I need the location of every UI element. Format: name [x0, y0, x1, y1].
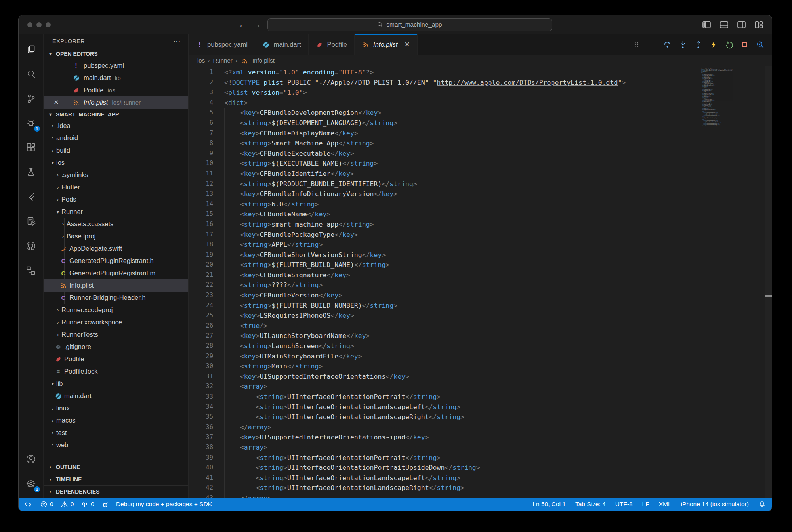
- activity-bar-item-source-control[interactable]: [19, 86, 44, 111]
- zoom-window-button[interactable]: [46, 22, 51, 27]
- status-item-error[interactable]: 0: [36, 498, 57, 511]
- code-line[interactable]: <string>Smart Machine App</string>: [224, 138, 626, 149]
- code-line[interactable]: <string>$(FLUTTER_BUILD_NUMBER)</string>: [224, 301, 626, 311]
- breadcrumb-item[interactable]: Info.plist: [252, 57, 275, 64]
- debug-inspector-button[interactable]: [756, 40, 765, 49]
- code-line[interactable]: <?xml version="1.0" encoding="UTF-8"?>: [224, 67, 626, 78]
- code-line[interactable]: <string>UIInterfaceOrientationLandscapeR…: [224, 412, 626, 422]
- open-editor-main.dart[interactable]: main.dart lib: [44, 72, 188, 84]
- open-editor-pubspec.yaml[interactable]: ! pubspec.yaml: [44, 59, 188, 72]
- activity-bar-item-testing[interactable]: [19, 160, 44, 185]
- code-line[interactable]: <key>UIMainStoryboardFile</key>: [224, 351, 626, 362]
- open-editors-header[interactable]: ▾ OPEN EDITORS: [44, 48, 188, 59]
- debug-gripper-button[interactable]: [632, 40, 641, 49]
- status-item-debug-config[interactable]: [98, 498, 113, 511]
- status-item-remote[interactable]: [19, 498, 36, 511]
- tree-item-web[interactable]: ›web: [44, 439, 188, 451]
- project-root-header[interactable]: ▾ SMART_MACHINE_APP: [44, 109, 188, 120]
- tab-Podfile[interactable]: Podfile: [309, 34, 355, 55]
- activity-bar-item-run-debug[interactable]: 1: [19, 111, 44, 135]
- tree-item-.symlinks[interactable]: ›.symlinks: [44, 169, 188, 181]
- debug-step-over-button[interactable]: [663, 40, 672, 49]
- activity-bar-item-references[interactable]: [19, 258, 44, 283]
- status-item[interactable]: Ln 50, Col 1: [528, 498, 571, 511]
- layout-sidebar-right-icon[interactable]: [737, 20, 746, 30]
- code-line[interactable]: </array>: [224, 422, 626, 433]
- navigate-back-button[interactable]: ←: [239, 21, 247, 29]
- close-icon[interactable]: ✕: [405, 40, 410, 49]
- code-line[interactable]: <dict>: [224, 98, 626, 108]
- close-icon[interactable]: ✕: [52, 99, 60, 106]
- activity-bar-item-search[interactable]: [19, 62, 44, 86]
- tree-item-build[interactable]: ›build: [44, 144, 188, 156]
- activity-bar-item-account[interactable]: [19, 447, 44, 471]
- code-line[interactable]: <string>smart_machine_app</string>: [224, 219, 626, 230]
- code-line[interactable]: <string>Main</string>: [224, 361, 626, 372]
- code-line[interactable]: <string>$(FLUTTER_BUILD_NAME)</string>: [224, 260, 626, 270]
- code-line[interactable]: <key>CFBundleExecutable</key>: [224, 149, 626, 159]
- command-center-search[interactable]: smart_machine_app: [267, 18, 552, 31]
- tree-item-android[interactable]: ›android: [44, 132, 188, 144]
- code-line[interactable]: <key>UISupportedInterfaceOrientations~ip…: [224, 432, 626, 442]
- debug-hot-reload-button[interactable]: [709, 40, 718, 49]
- tree-item-GeneratedPluginRegistrant.m[interactable]: CGeneratedPluginRegistrant.m: [44, 267, 188, 279]
- tree-item-.idea[interactable]: ›.idea: [44, 120, 188, 132]
- tree-item-linux[interactable]: ›linux: [44, 402, 188, 414]
- code-line[interactable]: </array>: [224, 493, 626, 498]
- code-line[interactable]: <key>CFBundleIdentifier</key>: [224, 169, 626, 179]
- code-line[interactable]: <key>CFBundleName</key>: [224, 209, 626, 219]
- tab-main.dart[interactable]: main.dart: [255, 34, 309, 55]
- status-item[interactable]: UTF-8: [611, 498, 637, 511]
- minimap[interactable]: <?xml version="1.0" encoding="UTF-8"?><!…: [701, 68, 760, 135]
- debug-pause-button[interactable]: [647, 40, 657, 49]
- debug-step-into-button[interactable]: [678, 40, 687, 49]
- code-line[interactable]: <string>UIInterfaceOrientationLandscapeL…: [224, 402, 626, 412]
- sidebar-section-timeline[interactable]: › TIMELINE: [44, 473, 188, 485]
- tree-item-Pods[interactable]: ›Pods: [44, 193, 188, 206]
- navigate-forward-button[interactable]: →: [253, 21, 261, 29]
- code-line[interactable]: <string>UIInterfaceOrientationPortrait</…: [224, 392, 626, 402]
- tab-pubspec.yaml[interactable]: ! pubspec.yaml: [189, 34, 255, 55]
- layout-customize-icon[interactable]: [754, 20, 764, 30]
- code-line[interactable]: <array>: [224, 442, 626, 453]
- breadcrumb-item[interactable]: Runner: [213, 57, 233, 64]
- code-line[interactable]: <key>CFBundleDevelopmentRegion</key>: [224, 108, 626, 118]
- minimize-window-button[interactable]: [36, 22, 42, 27]
- close-window-button[interactable]: [27, 22, 32, 27]
- code-line[interactable]: <key>CFBundleShortVersionString</key>: [224, 250, 626, 260]
- code-line[interactable]: <!DOCTYPE plist PUBLIC "-//Apple//DTD PL…: [224, 78, 626, 88]
- layout-sidebar-left-icon[interactable]: [702, 20, 712, 30]
- status-item[interactable]: iPhone 14 (ios simulator): [676, 498, 754, 511]
- open-editor-Info.plist[interactable]: ✕ Info.plist ios/Runner: [44, 96, 188, 109]
- debug-step-out-button[interactable]: [694, 40, 703, 49]
- debug-stop-button[interactable]: [740, 40, 749, 49]
- explorer-more-actions-button[interactable]: ⋯: [173, 37, 181, 46]
- tree-item-AppDelegate.swift[interactable]: AppDelegate.swift: [44, 242, 188, 255]
- code-line[interactable]: <string>$(PRODUCT_BUNDLE_IDENTIFIER)</st…: [224, 179, 626, 189]
- tree-item-Runner.xcworkspace[interactable]: ›Runner.xcworkspace: [44, 316, 188, 328]
- status-item[interactable]: Tab Size: 4: [571, 498, 611, 511]
- code-line[interactable]: <key>CFBundleInfoDictionaryVersion</key>: [224, 189, 626, 199]
- code-line[interactable]: <string>6.0</string>: [224, 199, 626, 210]
- code-line[interactable]: <true/>: [224, 321, 626, 331]
- code-line[interactable]: <key>CFBundleDisplayName</key>: [224, 128, 626, 139]
- tree-item-Base.lproj[interactable]: ›Base.lproj: [44, 230, 188, 242]
- tree-item-Podfile[interactable]: Podfile: [44, 353, 188, 365]
- editor-scrollbar[interactable]: [765, 66, 772, 498]
- code-line[interactable]: <key>CFBundlePackageType</key>: [224, 230, 626, 240]
- code-line[interactable]: <array>: [224, 381, 626, 392]
- activity-bar-item-runner-config[interactable]: [19, 209, 44, 234]
- open-editor-Podfile[interactable]: Podfile ios: [44, 84, 188, 96]
- activity-bar-item-extensions[interactable]: [19, 135, 44, 160]
- status-item[interactable]: Debug my code + packages + SDK: [113, 498, 216, 511]
- tree-item-RunnerTests[interactable]: ›RunnerTests: [44, 328, 188, 341]
- sidebar-section-dependencies[interactable]: › DEPENDENCIES: [44, 485, 188, 498]
- code-line[interactable]: <key>CFBundleVersion</key>: [224, 290, 626, 301]
- status-item-bell[interactable]: [754, 498, 772, 511]
- status-item-warning[interactable]: 0: [57, 498, 78, 511]
- code-line[interactable]: <key>CFBundleSignature</key>: [224, 270, 626, 280]
- code-line[interactable]: <string>UIInterfaceOrientationLandscapeL…: [224, 473, 626, 483]
- code-line[interactable]: <string>$(DEVELOPMENT_LANGUAGE)</string>: [224, 118, 626, 128]
- code-editor[interactable]: 1234567891011121314151617181920212223242…: [189, 66, 772, 498]
- sidebar-section-outline[interactable]: › OUTLINE: [44, 461, 188, 473]
